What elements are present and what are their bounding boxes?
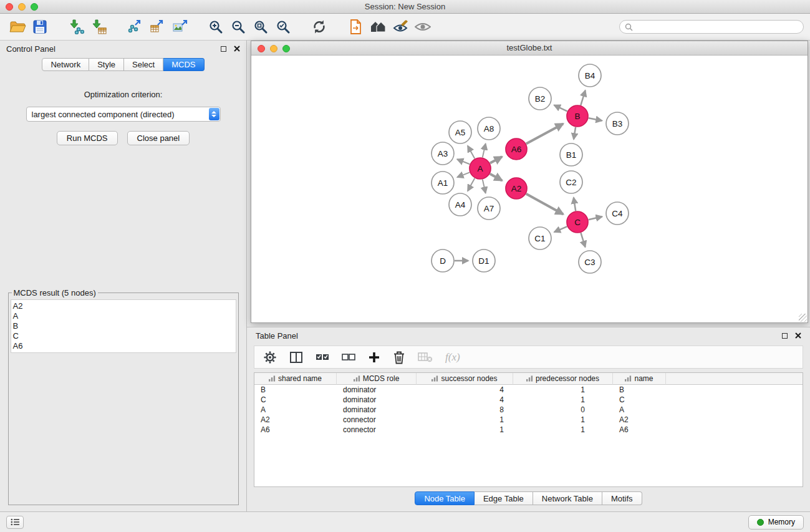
node-C[interactable]: C bbox=[567, 211, 588, 233]
resize-grip[interactable] bbox=[799, 314, 807, 322]
node-A8[interactable]: A8 bbox=[478, 117, 500, 140]
minimize-network-window-button[interactable] bbox=[270, 45, 277, 52]
import-table-button[interactable] bbox=[87, 17, 110, 37]
export-image-button[interactable] bbox=[168, 17, 191, 37]
table-row[interactable]: A2connector11A2 bbox=[254, 415, 803, 425]
node-A6[interactable]: A6 bbox=[506, 138, 527, 160]
column-header-predecessor-nodes[interactable]: predecessor nodes bbox=[513, 373, 613, 385]
edge-A-A1[interactable] bbox=[457, 172, 470, 177]
node-A1[interactable]: A1 bbox=[432, 172, 454, 194]
mcds-result-item[interactable]: A2 bbox=[13, 301, 234, 311]
network-graph[interactable]: B4B2BB3A5A8A6A3B1AA1C2A2A4A7C4CC1C3DD1 bbox=[251, 56, 808, 322]
edge-B-B1[interactable] bbox=[574, 127, 576, 140]
zoom-network-window-button[interactable] bbox=[282, 45, 290, 52]
tbl-tab-network-table[interactable]: Network Table bbox=[533, 491, 602, 505]
search-input[interactable] bbox=[635, 22, 798, 31]
toggle-details-button[interactable] bbox=[389, 17, 412, 37]
zoom-out-button[interactable] bbox=[227, 17, 249, 37]
show-columns-button[interactable] bbox=[289, 351, 303, 364]
close-panel-button[interactable]: Close panel bbox=[127, 131, 190, 145]
column-header-name[interactable]: name bbox=[613, 373, 666, 385]
unselect-all-columns-button[interactable] bbox=[342, 352, 355, 362]
table-row[interactable]: A6connector11A6 bbox=[254, 425, 803, 435]
cp-tab-mcds[interactable]: MCDS bbox=[163, 58, 204, 71]
edge-C-C4[interactable] bbox=[589, 216, 602, 220]
edge-B-B4[interactable] bbox=[581, 90, 585, 105]
tbl-tab-motifs[interactable]: Motifs bbox=[602, 491, 642, 505]
node-C1[interactable]: C1 bbox=[529, 227, 551, 249]
export-network-button[interactable] bbox=[123, 17, 146, 37]
float-table-panel-icon[interactable] bbox=[782, 333, 788, 339]
delete-table-button[interactable] bbox=[418, 352, 433, 363]
node-C2[interactable]: C2 bbox=[560, 171, 582, 193]
cp-tab-style[interactable]: Style bbox=[89, 58, 124, 71]
network-canvas[interactable]: B4B2BB3A5A8A6A3B1AA1C2A2A4A7C4CC1C3DD1 bbox=[251, 56, 808, 322]
home-button[interactable] bbox=[367, 17, 389, 37]
edge-A2-C[interactable] bbox=[526, 194, 563, 215]
save-session-button[interactable] bbox=[29, 17, 51, 37]
edge-C-C1[interactable] bbox=[554, 226, 567, 232]
node-A2[interactable]: A2 bbox=[506, 178, 527, 199]
node-A4[interactable]: A4 bbox=[449, 193, 471, 216]
node-B4[interactable]: B4 bbox=[579, 64, 601, 87]
panel-selector-button[interactable] bbox=[6, 516, 24, 529]
table-row[interactable]: Cdominator41C bbox=[254, 395, 803, 405]
edge-A-A5[interactable] bbox=[468, 146, 475, 158]
mcds-result-item[interactable]: A6 bbox=[13, 341, 234, 351]
export-table-button[interactable] bbox=[146, 17, 168, 37]
edge-B-B2[interactable] bbox=[554, 105, 567, 112]
edge-A-A4[interactable] bbox=[468, 178, 475, 191]
column-header-shared-name[interactable]: shared name bbox=[254, 373, 337, 385]
apply-layout-button[interactable] bbox=[308, 17, 330, 37]
network-document-button[interactable] bbox=[344, 17, 367, 37]
close-control-panel-icon[interactable] bbox=[234, 46, 240, 52]
node-B2[interactable]: B2 bbox=[529, 87, 551, 110]
float-control-panel-icon[interactable] bbox=[221, 46, 226, 52]
table-settings-button[interactable] bbox=[263, 351, 277, 364]
edge-A-A7[interactable] bbox=[483, 180, 486, 193]
zoom-in-button[interactable] bbox=[205, 17, 227, 37]
table-row[interactable]: Bdominator41B bbox=[254, 385, 803, 395]
edge-B-B3[interactable] bbox=[589, 118, 602, 120]
edge-A-A6[interactable] bbox=[490, 157, 502, 163]
close-table-panel-icon[interactable] bbox=[795, 332, 801, 339]
open-session-button[interactable] bbox=[6, 17, 29, 37]
edge-A-A8[interactable] bbox=[483, 143, 486, 157]
edge-C-C3[interactable] bbox=[581, 233, 585, 247]
zoom-window-button[interactable] bbox=[31, 3, 38, 11]
search-box[interactable] bbox=[619, 20, 804, 34]
node-B[interactable]: B bbox=[567, 105, 588, 127]
minimize-window-button[interactable] bbox=[18, 3, 26, 11]
node-B1[interactable]: B1 bbox=[560, 143, 582, 166]
node-D1[interactable]: D1 bbox=[473, 249, 495, 272]
column-header-successor-nodes[interactable]: successor nodes bbox=[417, 373, 513, 385]
close-window-button[interactable] bbox=[6, 3, 13, 11]
node-D[interactable]: D bbox=[432, 249, 454, 272]
eye-button[interactable] bbox=[412, 17, 434, 37]
node-B3[interactable]: B3 bbox=[606, 112, 629, 135]
close-network-window-button[interactable] bbox=[258, 45, 265, 52]
node-A5[interactable]: A5 bbox=[449, 121, 471, 143]
create-column-button[interactable] bbox=[368, 351, 380, 364]
cp-tab-network[interactable]: Network bbox=[42, 58, 89, 71]
node-A3[interactable]: A3 bbox=[432, 142, 454, 165]
node-A[interactable]: A bbox=[470, 158, 491, 179]
mcds-result-item[interactable]: C bbox=[13, 331, 234, 341]
mcds-result-item[interactable]: B bbox=[13, 321, 234, 331]
cp-tab-select[interactable]: Select bbox=[124, 58, 163, 71]
memory-button[interactable]: Memory bbox=[748, 515, 804, 530]
table-row[interactable]: Adominator80A bbox=[254, 405, 803, 415]
edge-C-C2[interactable] bbox=[574, 198, 576, 211]
delete-column-button[interactable] bbox=[393, 351, 405, 364]
edge-A6-B[interactable] bbox=[526, 123, 563, 143]
tbl-tab-edge-table[interactable]: Edge Table bbox=[475, 491, 533, 505]
tbl-tab-node-table[interactable]: Node Table bbox=[415, 491, 475, 505]
edge-A-A2[interactable] bbox=[490, 174, 502, 181]
select-all-columns-button[interactable] bbox=[316, 352, 329, 362]
node-A7[interactable]: A7 bbox=[478, 197, 500, 220]
run-mcds-button[interactable]: Run MCDS bbox=[57, 131, 118, 145]
node-table-container[interactable]: shared nameMCDS rolesuccessor nodesprede… bbox=[254, 372, 803, 487]
import-network-button[interactable] bbox=[65, 17, 87, 37]
zoom-selected-button[interactable] bbox=[272, 17, 294, 37]
function-builder-button[interactable]: f(x) bbox=[445, 351, 460, 364]
